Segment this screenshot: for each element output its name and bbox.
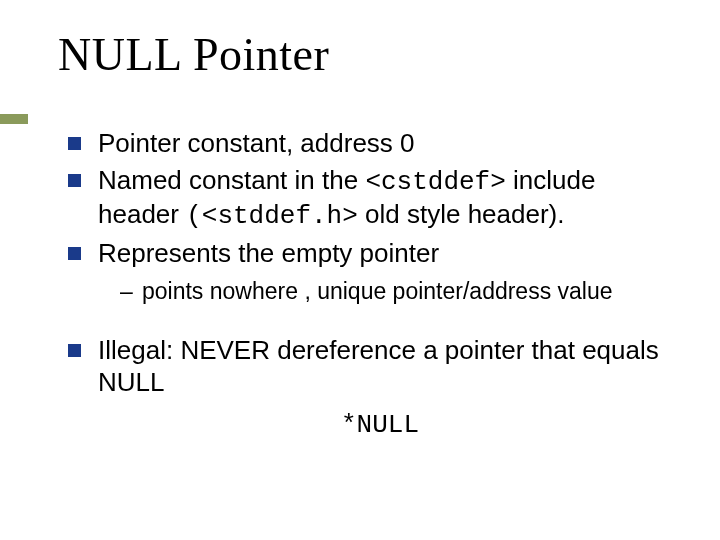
sub-bullet-list: points nowhere , unique pointer/address … — [98, 277, 662, 306]
bullet-text-part: old style header). — [358, 199, 565, 229]
sub-bullet-text: points nowhere , unique pointer/address … — [142, 278, 613, 304]
inline-code: <cstddef> — [365, 167, 505, 197]
bullet-text: Represents the empty pointer — [98, 238, 439, 268]
bullet-item-2: Named constant in the <cstddef> include … — [68, 164, 662, 233]
code-line: *NULL — [98, 409, 662, 442]
slide-title: NULL Pointer — [58, 28, 662, 81]
sub-bullet-item: points nowhere , unique pointer/address … — [120, 277, 662, 306]
bullet-text: Illegal: NEVER dereference a pointer tha… — [98, 335, 659, 398]
bullet-item-3: Represents the empty pointer points nowh… — [68, 237, 662, 306]
slide: NULL Pointer Pointer constant, address 0… — [0, 0, 720, 540]
bullet-text-part: Named constant in the — [98, 165, 365, 195]
bullet-item-1: Pointer constant, address 0 — [68, 127, 662, 160]
bullet-item-4: Illegal: NEVER dereference a pointer tha… — [68, 334, 662, 442]
bullet-list: Pointer constant, address 0 Named consta… — [58, 127, 662, 441]
bullet-text: Pointer constant, address 0 — [98, 128, 415, 158]
accent-bar — [0, 114, 28, 124]
inline-code: (<stddef.h> — [186, 201, 358, 231]
